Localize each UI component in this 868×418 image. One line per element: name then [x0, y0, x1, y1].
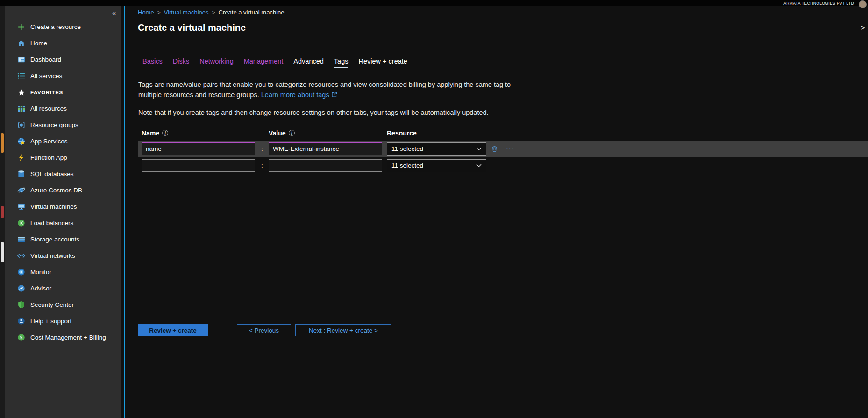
sidebar-nav: Create a resource Home Dashboard All ser… — [5, 19, 121, 346]
breadcrumb-current: Create a virtual machine — [219, 9, 285, 16]
cube-icon — [17, 121, 25, 129]
strip-mark-orange — [1, 133, 4, 153]
strip-mark-red — [1, 206, 4, 218]
sidebar-item-favorites[interactable]: FAVORITES — [5, 84, 121, 100]
account-avatar[interactable] — [859, 0, 867, 8]
sidebar-item-all-resources[interactable]: All resources — [5, 100, 121, 117]
tab-disks[interactable]: Disks — [173, 57, 189, 68]
sidebar-item-monitor[interactable]: Monitor — [5, 264, 121, 280]
row-more-button[interactable]: ··· — [502, 145, 518, 153]
plus-icon — [17, 23, 25, 31]
list-icon — [17, 72, 25, 80]
info-icon[interactable]: i — [289, 130, 295, 136]
column-header-resource: Resource — [387, 129, 486, 137]
tags-table-header: Name i Value i Resource — [138, 126, 868, 140]
footer-divider — [125, 310, 868, 310]
sidebar-item-sql-databases[interactable]: SQL databases — [5, 166, 121, 182]
svg-text:$: $ — [20, 335, 22, 340]
next-button[interactable]: Next : Review + create > — [295, 324, 391, 336]
wizard-tabs: Basics Disks Networking Management Advan… — [142, 57, 868, 68]
tab-networking[interactable]: Networking — [199, 57, 234, 68]
sidebar-item-security-center[interactable]: Security Center — [5, 297, 121, 313]
database-icon — [17, 170, 25, 178]
sidebar-item-virtual-machines[interactable]: Virtual machines — [5, 198, 121, 215]
previous-button[interactable]: < Previous — [237, 324, 291, 336]
vm-icon — [17, 203, 25, 211]
resource-dropdown[interactable]: 11 selected — [387, 159, 486, 172]
left-edge-strip — [0, 6, 5, 418]
sidebar-item-home[interactable]: Home — [5, 35, 121, 51]
grid-icon — [17, 105, 25, 113]
lightning-icon — [17, 154, 25, 162]
sidebar-item-resource-groups[interactable]: Resource groups — [5, 117, 121, 133]
shield-icon — [17, 301, 25, 309]
review-create-button[interactable]: Review + create — [138, 324, 208, 336]
main-content: Home > Virtual machines > Create a virtu… — [124, 6, 868, 418]
loadbalancer-icon — [17, 219, 25, 227]
sidebar-item-storage-accounts[interactable]: Storage accounts — [5, 231, 121, 248]
gauge-icon — [17, 268, 25, 276]
breadcrumb-separator: > — [212, 9, 215, 16]
home-icon — [17, 39, 25, 47]
advisor-icon — [17, 284, 25, 292]
azure-portal: ARMATA TECHNOLOGIES PVT LTD « Create a r… — [0, 0, 868, 418]
cosmos-icon — [17, 186, 25, 194]
tab-basics[interactable]: Basics — [142, 57, 163, 68]
tag-value-input[interactable] — [269, 142, 382, 155]
tags-table: Name i Value i Resource : — [138, 126, 868, 174]
sidebar-item-load-balancers[interactable]: Load balancers — [5, 215, 121, 231]
panel-expand-icon[interactable]: > — [861, 24, 865, 32]
page-title: Create a virtual machine — [138, 22, 868, 33]
tags-description: Tags are name/value pairs that enable yo… — [138, 79, 514, 101]
star-icon — [17, 88, 25, 96]
sidebar-item-create-a-resource[interactable]: Create a resource — [5, 19, 121, 35]
cost-icon: $ — [17, 333, 25, 341]
external-link-icon — [331, 92, 337, 99]
breadcrumb-virtual-machines[interactable]: Virtual machines — [164, 9, 209, 16]
sidebar-item-advisor[interactable]: Advisor — [5, 280, 121, 297]
tab-tags[interactable]: Tags — [334, 57, 349, 68]
chevron-down-icon — [476, 145, 482, 152]
chevron-down-icon — [476, 162, 482, 169]
tenant-name: ARMATA TECHNOLOGIES PVT LTD — [783, 1, 854, 6]
name-value-separator: : — [256, 162, 269, 169]
tab-advanced[interactable]: Advanced — [293, 57, 324, 68]
breadcrumb-separator: > — [157, 9, 161, 16]
tab-management[interactable]: Management — [244, 57, 284, 68]
column-header-name: Name i — [142, 129, 256, 137]
breadcrumb-home[interactable]: Home — [138, 9, 154, 16]
info-icon[interactable]: i — [162, 130, 168, 136]
learn-more-link[interactable]: Learn more about tags — [261, 91, 329, 99]
sidebar-item-cost-management-billing[interactable]: $ Cost Management + Billing — [5, 329, 121, 346]
dashboard-icon — [17, 56, 25, 64]
column-header-value: Value i — [269, 129, 383, 137]
resource-dropdown[interactable]: 11 selected — [387, 142, 486, 156]
breadcrumb: Home > Virtual machines > Create a virtu… — [125, 6, 868, 16]
topbar: ARMATA TECHNOLOGIES PVT LTD — [0, 0, 868, 6]
tag-value-input[interactable] — [269, 159, 382, 172]
tag-name-input[interactable] — [142, 142, 255, 155]
delete-tag-button[interactable] — [486, 145, 502, 152]
tag-name-input[interactable] — [142, 159, 255, 172]
network-icon — [17, 252, 25, 260]
tag-row: : 11 selected ··· — [138, 141, 868, 157]
wizard-footer: Review + create < Previous Next : Review… — [138, 324, 391, 336]
tab-review-create[interactable]: Review + create — [358, 57, 407, 68]
sidebar-item-all-services[interactable]: All services — [5, 68, 121, 84]
sidebar-item-dashboard[interactable]: Dashboard — [5, 51, 121, 68]
sidebar-item-app-services[interactable]: App Services — [5, 133, 121, 149]
sidebar-collapse-button[interactable]: « — [112, 9, 116, 17]
tag-row: : 11 selected — [138, 158, 868, 174]
sidebar-item-help-support[interactable]: Help + support — [5, 313, 121, 329]
storage-icon — [17, 235, 25, 243]
tags-note: Note that if you create tags and then ch… — [138, 109, 868, 116]
name-value-separator: : — [256, 145, 269, 152]
globe-icon — [17, 137, 25, 145]
help-icon — [17, 317, 25, 325]
sidebar-item-azure-cosmos-db[interactable]: Azure Cosmos DB — [5, 182, 121, 198]
sidebar-item-virtual-networks[interactable]: Virtual networks — [5, 248, 121, 264]
header-divider — [125, 42, 868, 42]
strip-mark-white — [1, 242, 4, 262]
sidebar-item-function-app[interactable]: Function App — [5, 149, 121, 166]
sidebar: « Create a resource Home Dashboard All s… — [5, 6, 121, 418]
